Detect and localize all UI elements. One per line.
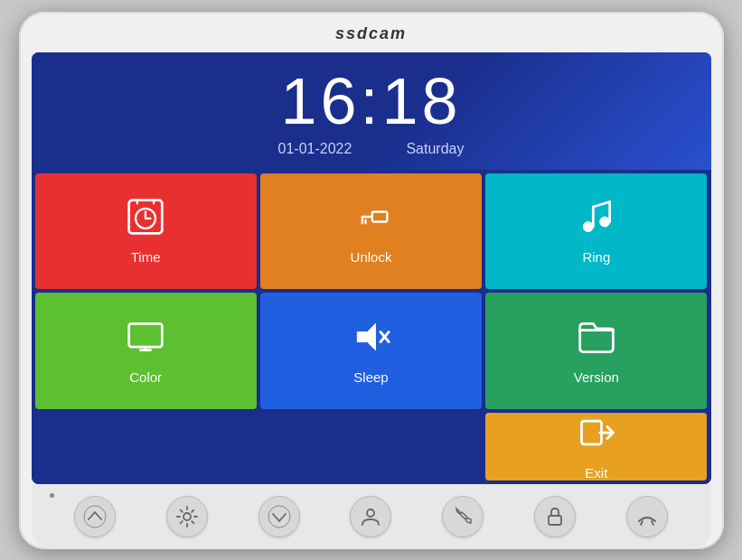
tile-version-label: Version xyxy=(574,369,619,385)
svg-rect-27 xyxy=(549,516,561,525)
exit-arrow-icon xyxy=(577,413,616,458)
lock-button[interactable] xyxy=(534,496,576,537)
nav-up-button[interactable] xyxy=(74,496,116,537)
hangup-button[interactable] xyxy=(626,496,668,537)
indicator-dot xyxy=(50,493,54,498)
svg-marker-18 xyxy=(358,323,376,350)
svg-point-23 xyxy=(84,506,106,527)
nav-down-button[interactable] xyxy=(258,496,300,537)
tile-exit[interactable]: Exit xyxy=(485,413,707,481)
brand-label: ssdcam xyxy=(335,24,407,43)
screen-header: 16:18 01-01-2022 Saturday xyxy=(32,52,711,170)
svg-rect-21 xyxy=(581,421,601,444)
day-label: Saturday xyxy=(406,141,464,157)
speaker-mute-icon xyxy=(351,317,390,362)
tile-time[interactable]: Time xyxy=(35,173,257,290)
tile-color-label: Color xyxy=(129,369,162,385)
tile-ring[interactable]: Ring xyxy=(485,173,707,290)
user-button[interactable] xyxy=(350,496,391,537)
svg-rect-6 xyxy=(372,212,388,222)
svg-point-26 xyxy=(367,509,374,517)
tile-unlock-label: Unlock xyxy=(351,249,392,265)
svg-rect-15 xyxy=(129,323,163,347)
key-icon xyxy=(351,197,390,242)
clock-icon xyxy=(126,197,165,242)
monitor-icon xyxy=(126,317,165,362)
settings-button[interactable] xyxy=(166,496,208,537)
tile-version[interactable]: Version xyxy=(485,293,707,409)
svg-point-11 xyxy=(599,217,609,227)
svg-point-24 xyxy=(183,513,191,520)
svg-line-28 xyxy=(641,521,643,525)
svg-point-10 xyxy=(583,222,593,232)
tile-exit-label: Exit xyxy=(585,465,607,481)
svg-point-25 xyxy=(268,506,290,527)
tile-unlock[interactable]: Unlock xyxy=(260,173,482,290)
tile-grid: Time Unlock xyxy=(32,170,711,484)
tile-ring-label: Ring xyxy=(582,249,610,265)
folder-icon xyxy=(577,317,616,362)
tile-time-label: Time xyxy=(131,249,161,265)
tile-sleep[interactable]: Sleep xyxy=(260,293,482,409)
tile-sleep-label: Sleep xyxy=(353,369,388,385)
time-display: 16:18 xyxy=(59,69,684,134)
screen: 16:18 01-01-2022 Saturday xyxy=(32,52,711,484)
music-icon xyxy=(577,197,616,242)
call-button[interactable] xyxy=(442,496,484,537)
svg-line-14 xyxy=(593,202,609,208)
bottom-bar xyxy=(32,484,711,549)
tile-color[interactable]: Color xyxy=(35,293,257,409)
svg-line-29 xyxy=(652,521,653,525)
date-row: 01-01-2022 Saturday xyxy=(59,141,684,157)
date-label: 01-01-2022 xyxy=(278,141,352,157)
device-frame: ssdcam 16:18 01-01-2022 Saturday xyxy=(19,12,724,549)
